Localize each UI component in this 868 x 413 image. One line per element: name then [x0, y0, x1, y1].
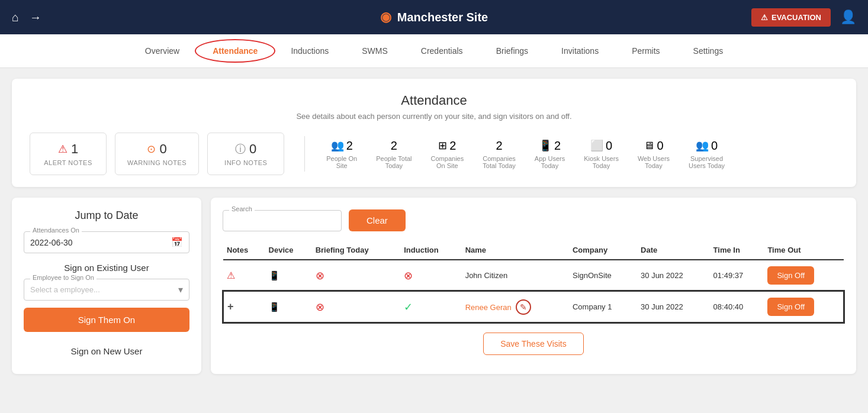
employee-select[interactable]: Employee to Sign On Select a employee...… — [24, 279, 189, 301]
row2-notes: + — [223, 291, 265, 322]
row1-briefing: ⊗ — [312, 260, 401, 291]
nav-attendance[interactable]: Attendance — [208, 44, 262, 58]
nav-credentials[interactable]: Credentials — [416, 44, 468, 58]
row2-time-in: 08:40:40 — [710, 291, 764, 322]
kiosk-users-count: 0 — [606, 139, 612, 153]
info-notes-label: INFO NOTES — [220, 159, 272, 166]
sidebar: Jump to Date Attendances On 2022-06-30 📅… — [12, 198, 201, 374]
home-icon[interactable]: ⌂ — [12, 11, 19, 24]
info-circle-icon: ⓘ — [235, 142, 246, 156]
lower-section: Jump to Date Attendances On 2022-06-30 📅… — [12, 198, 856, 374]
logout-icon[interactable]: → — [30, 11, 41, 24]
row2-company: Company 1 — [569, 291, 637, 322]
table-header-row: Notes Device Briefing Today Induction Na… — [223, 241, 844, 260]
row1-date: 30 Jun 2022 — [637, 260, 710, 291]
companies-total-count: 2 — [496, 139, 502, 153]
clear-button[interactable]: Clear — [349, 209, 406, 231]
attendances-date-value: 2022-06-30 — [30, 238, 73, 247]
nav-settings[interactable]: Settings — [689, 44, 728, 58]
stat-web-users: 🖥 0 Web UsersToday — [628, 139, 679, 169]
brand-icon: ◉ — [380, 9, 391, 25]
save-visits-button[interactable]: Save These Visits — [483, 333, 584, 355]
calendar-icon: 📅 — [171, 237, 183, 248]
warning-circle-icon: ⊙ — [147, 143, 156, 156]
check-icon: ✓ — [404, 301, 413, 313]
stat-people-on-site: 👥 2 People OnSite — [317, 139, 367, 169]
row2-induction: ✓ — [400, 291, 461, 322]
row1-company: SignOnSite — [569, 260, 637, 291]
nav-swms[interactable]: SWMS — [357, 44, 393, 58]
nav-invitations[interactable]: Invitations — [557, 44, 603, 58]
x-circle-icon: ⊗ — [404, 270, 413, 282]
warning-notes-box[interactable]: ⊙ 0 WARNING NOTES — [115, 133, 199, 175]
header: ⌂ → ◉ Manchester Site ⚠ EVACUATION 👤 — [0, 0, 868, 34]
attendances-date-field[interactable]: Attendances On 2022-06-30 📅 — [24, 231, 189, 253]
sign-existing-title: Sign on Existing User — [24, 263, 189, 273]
attendances-on-label: Attendances On — [30, 227, 82, 234]
nav-overview[interactable]: Overview — [140, 44, 184, 58]
row2-name[interactable]: Renee Geran ✎ — [462, 291, 569, 322]
col-notes: Notes — [223, 241, 265, 260]
web-users-icon: 🖥 — [644, 140, 654, 152]
evacuation-button[interactable]: ⚠ EVACUATION — [751, 8, 831, 27]
row2-sign-off[interactable]: Sign Off — [764, 291, 844, 322]
row1-name: John Citizen — [462, 260, 569, 291]
stats-row: ⚠ 1 ALERT NOTES ⊙ 0 WARNING NOTES ⓘ 0 I — [30, 133, 838, 175]
app-users-icon: 📱 — [539, 139, 552, 152]
attendance-title: Attendance — [30, 93, 838, 108]
nav-inductions[interactable]: Inductions — [286, 44, 333, 58]
table-row: + 📱 ⊗ ✓ Renee Geran ✎ — [223, 291, 844, 322]
web-users-count: 0 — [657, 139, 663, 153]
people-on-site-count: 2 — [346, 139, 353, 153]
kiosk-users-icon: ⬜ — [590, 139, 603, 152]
attendance-card: Attendance See details about each person… — [12, 79, 856, 187]
alert-triangle-icon: ⚠ — [58, 143, 67, 156]
row1-time-in: 01:49:37 — [710, 260, 764, 291]
sign-off-button-row1[interactable]: Sign Off — [767, 266, 814, 285]
people-on-site-icon: 👥 — [331, 139, 344, 152]
jump-to-date-title: Jump to Date — [24, 209, 189, 222]
header-right: ⚠ EVACUATION 👤 — [751, 8, 856, 27]
info-notes-box[interactable]: ⓘ 0 INFO NOTES — [207, 133, 284, 175]
row2-device: 📱 — [265, 291, 312, 322]
col-induction: Induction — [400, 241, 461, 260]
header-center: ◉ Manchester Site — [380, 9, 488, 25]
row1-notes: ⚠ — [223, 260, 265, 291]
alert-icon: ⚠ — [227, 270, 235, 280]
app-users-count: 2 — [554, 139, 561, 153]
phone-icon: 📱 — [269, 302, 280, 312]
stat-people-total: 2 People TotalToday — [367, 139, 421, 169]
alert-count: 1 — [71, 141, 78, 157]
chevron-down-icon: ▾ — [178, 284, 183, 295]
supervised-users-icon: 👥 — [696, 139, 709, 152]
search-field[interactable]: Search — [223, 210, 342, 231]
attendance-subtitle: See details about each person currently … — [30, 112, 838, 121]
user-avatar[interactable]: 👤 — [840, 9, 856, 25]
alert-notes-box[interactable]: ⚠ 1 ALERT NOTES — [30, 133, 107, 175]
companies-on-site-count: 2 — [449, 139, 456, 153]
name-link[interactable]: Renee Geran — [465, 303, 512, 312]
search-input[interactable] — [230, 216, 334, 225]
sign-off-button-row2[interactable]: Sign Off — [767, 298, 814, 316]
row2-date: 30 Jun 2022 — [637, 291, 710, 322]
main-content: Attendance See details about each person… — [0, 68, 868, 385]
row2-briefing: ⊗ — [312, 291, 401, 322]
nav-briefings[interactable]: Briefings — [491, 44, 533, 58]
site-title: Manchester Site — [397, 11, 488, 24]
stat-app-users: 📱 2 App UsersToday — [525, 139, 574, 169]
edit-icon[interactable]: ✎ — [516, 299, 531, 315]
phone-icon: 📱 — [269, 270, 280, 280]
plus-icon: + — [227, 301, 234, 312]
nav-bar: Overview Attendance Inductions SWMS Cred… — [0, 34, 868, 68]
nav-permits[interactable]: Permits — [627, 44, 664, 58]
table-area: Search Clear Notes Device Briefing Today… — [211, 198, 856, 374]
row1-sign-off[interactable]: Sign Off — [764, 260, 844, 291]
col-briefing: Briefing Today — [312, 241, 401, 260]
stat-supervised-users: 👥 0 SupervisedUsers Today — [679, 139, 734, 169]
col-time-out: Time Out — [764, 241, 844, 260]
col-name: Name — [462, 241, 569, 260]
warning-notes-label: WARNING NOTES — [127, 159, 187, 166]
sign-them-on-button[interactable]: Sign Them On — [24, 308, 189, 332]
employee-label: Employee to Sign On — [30, 274, 97, 281]
row1-device: 📱 — [265, 260, 312, 291]
